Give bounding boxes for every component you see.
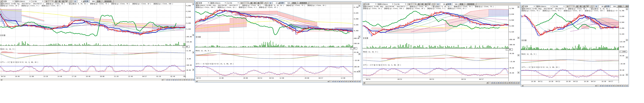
svg-text:11.00: 11.00 bbox=[186, 50, 191, 52]
svg-text:12:00: 12:00 bbox=[29, 76, 34, 77]
svg-text:T: T bbox=[591, 6, 592, 7]
svg-text:9,495: 9,495 bbox=[186, 23, 191, 24]
svg-text:D: D bbox=[180, 79, 180, 81]
svg-text:( Close, 150 ): ( Close, 150 ) bbox=[592, 10, 607, 12]
svg-text:( Close, 10 ): ( Close, 10 ) bbox=[370, 8, 384, 10]
svg-text:( Close, 150 ): ( Close, 150 ) bbox=[161, 3, 176, 5]
svg-text:15: 15 bbox=[276, 2, 278, 4]
svg-text:225mini 12/06( 60: 225mini 12/06( 60 bbox=[525, 8, 540, 10]
svg-text:12/06: 12/06 bbox=[554, 6, 558, 8]
svg-text:9,420: 9,420 bbox=[510, 31, 514, 33]
svg-text:( Close, 20 ): ( Close, 20 ) bbox=[225, 7, 239, 8]
svg-text:04/14: 04/14 bbox=[258, 77, 262, 79]
svg-text:-8.00: -8.00 bbox=[186, 58, 191, 60]
svg-text:-20.00: -20.00 bbox=[620, 63, 625, 65]
svg-text:( Close, 5 ): ( Close, 5 ) bbox=[28, 5, 42, 7]
svg-text:09:: 09: bbox=[184, 76, 186, 77]
svg-text:R: R bbox=[511, 82, 512, 83]
svg-text:40.00: 40.00 bbox=[510, 53, 514, 55]
svg-text:18:40: 18:40 bbox=[86, 76, 90, 77]
svg-text:14:40: 14:40 bbox=[58, 76, 62, 77]
svg-text:MACD( 12, 26, 9 ): MACD( 12, 26, 9 ) bbox=[0, 48, 15, 50]
svg-text:21:20: 21:20 bbox=[114, 76, 118, 77]
svg-text:( 9, 26, 52 ): ( 9, 26, 52 ) bbox=[76, 3, 90, 5]
svg-text:( 14, 3, 80, 20 ): ( 14, 3, 80, 20 ) bbox=[218, 63, 234, 65]
svg-text:12/06: 12/06 bbox=[228, 2, 232, 4]
svg-text:04/16: 04/16 bbox=[1, 76, 6, 77]
svg-text:115.00: 115.00 bbox=[620, 41, 625, 43]
svg-text:20:00: 20:00 bbox=[305, 77, 309, 79]
svg-text:x: x bbox=[516, 82, 516, 83]
svg-text:12:00: 12:00 bbox=[280, 77, 284, 79]
svg-text:( 14, 3, 80, 20 ): ( 14, 3, 80, 20 ) bbox=[544, 66, 559, 68]
svg-text:( Close, 10 ): ( Close, 10 ) bbox=[571, 10, 585, 12]
svg-text:( 9, 26, 52 ): ( 9, 26, 52 ) bbox=[598, 8, 612, 10]
svg-text:04/11: 04/11 bbox=[538, 81, 542, 82]
svg-text:B: B bbox=[184, 79, 185, 81]
svg-text:12/06: 12/06 bbox=[395, 4, 400, 5]
svg-text:× 100: × 100 bbox=[507, 49, 511, 50]
svg-text:( Close, 75 ): ( Close, 75 ) bbox=[461, 6, 475, 8]
svg-text:x: x bbox=[624, 85, 625, 87]
svg-text:( Close, 40 ): ( Close, 40 ) bbox=[53, 3, 67, 5]
svg-text:225mini: 225mini bbox=[540, 6, 546, 8]
svg-text:( Close, 40 ): ( Close, 40 ) bbox=[250, 5, 264, 7]
svg-text:× 1000: × 1000 bbox=[620, 51, 626, 53]
svg-text:B: B bbox=[509, 82, 510, 83]
svg-text:02:40: 02:40 bbox=[170, 76, 175, 77]
svg-text:MACD( 12, 26, 9 ): MACD( 12, 26, 9 ) bbox=[522, 53, 536, 55]
svg-text:45.00: 45.00 bbox=[620, 55, 624, 57]
svg-text:× 100: × 100 bbox=[351, 48, 356, 49]
svg-text:500: 500 bbox=[92, 1, 95, 3]
svg-text:( Close, 40 ): ( Close, 40 ) bbox=[575, 8, 590, 10]
svg-text:( Close, 40 ): ( Close, 40 ) bbox=[417, 6, 431, 8]
svg-text:, 2012/04/09 - 2012/04/17 ): , 2012/04/09 - 2012/04/17 ) bbox=[216, 5, 242, 7]
svg-text:T: T bbox=[432, 4, 434, 5]
svg-text:( 9, 26, 52 ): ( 9, 26, 52 ) bbox=[440, 6, 454, 8]
svg-text:, 2012/04/13 - 2012/04/17 ): , 2012/04/13 - 2012/04/17 ) bbox=[20, 3, 46, 5]
svg-text:( 9, 26, 52 ): ( 9, 26, 52 ) bbox=[272, 5, 286, 7]
svg-text:04/14: 04/14 bbox=[591, 81, 596, 82]
svg-text:17:20: 17:20 bbox=[72, 76, 76, 77]
svg-text:9,590: 9,590 bbox=[354, 18, 358, 20]
svg-text:( Close, 25 ): ( Close, 25 ) bbox=[455, 8, 469, 10]
svg-text:( Close, 5 ): ( Close, 5 ) bbox=[246, 7, 259, 8]
svg-text:9,565: 9,565 bbox=[186, 11, 191, 13]
svg-text:40.00: 40.00 bbox=[620, 46, 624, 48]
svg-text:-10.00: -10.00 bbox=[354, 60, 359, 61]
svg-text:1: 1 bbox=[415, 4, 416, 5]
svg-text:225mini 12/06( 15: 225mini 12/06( 15 bbox=[199, 5, 214, 7]
svg-text:5: 5 bbox=[81, 1, 82, 3]
svg-text:95.00: 95.00 bbox=[510, 67, 514, 69]
svg-text:9,460: 9,460 bbox=[186, 28, 191, 30]
svg-text:04/17: 04/17 bbox=[479, 79, 484, 80]
svg-text:04/17: 04/17 bbox=[142, 76, 147, 77]
svg-text:225mini 12/06( 5: 225mini 12/06( 5 bbox=[4, 3, 18, 5]
svg-text:9,420: 9,420 bbox=[620, 33, 624, 35]
svg-text:9,560: 9,560 bbox=[510, 20, 514, 21]
svg-text:225mini: 225mini bbox=[382, 4, 388, 5]
svg-text:500: 500 bbox=[455, 4, 458, 5]
svg-text:( 14, 3, 80, 20 ): ( 14, 3, 80, 20 ) bbox=[23, 61, 38, 63]
svg-text:12:00: 12:00 bbox=[219, 77, 224, 79]
svg-text:( Close, 20 ): ( Close, 20 ) bbox=[8, 5, 22, 7]
svg-text:D: D bbox=[505, 82, 506, 83]
svg-text:35.00: 35.00 bbox=[510, 72, 514, 74]
svg-text:1: 1 bbox=[52, 1, 53, 3]
svg-text:x: x bbox=[191, 79, 192, 81]
svg-text:22:40: 22:40 bbox=[128, 76, 133, 77]
svg-text:( Close, 20 ): ( Close, 20 ) bbox=[414, 8, 428, 10]
svg-text:9,490: 9,490 bbox=[510, 25, 514, 27]
svg-text:9,530: 9,530 bbox=[186, 17, 191, 18]
svg-text:20:00: 20:00 bbox=[243, 77, 248, 79]
svg-text:100.00: 100.00 bbox=[354, 66, 359, 68]
svg-text:-15.00: -15.00 bbox=[510, 61, 515, 63]
svg-text:225mini 12/06( 30: 225mini 12/06( 30 bbox=[367, 6, 382, 8]
svg-text:16:30: 16:30 bbox=[602, 81, 606, 82]
svg-text:01:20: 01:20 bbox=[156, 76, 161, 77]
svg-text:16:30: 16:30 bbox=[549, 81, 553, 82]
svg-text:D: D bbox=[613, 85, 614, 87]
svg-text:R: R bbox=[620, 85, 621, 87]
svg-text:L: L bbox=[182, 79, 182, 81]
svg-text:115.00: 115.00 bbox=[186, 41, 192, 43]
